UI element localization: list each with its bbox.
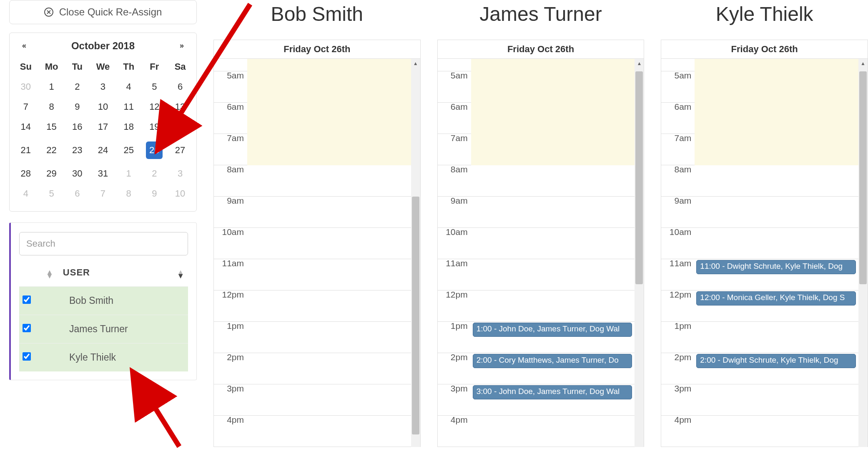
scrollbar-thumb[interactable] [412,197,419,434]
calendar-event[interactable]: 2:00 - Cory Matthews, James Turner, Do [473,354,632,368]
scroll-up-icon[interactable]: ▲ [635,59,644,68]
calendar-day[interactable]: 23 [64,137,90,164]
prev-month-button[interactable]: « [19,40,30,52]
hour-label: 8am [214,165,247,197]
schedule-column: Bob SmithFriday Oct 26th4am5am6am7am8am9… [213,0,421,452]
calendar-day[interactable]: 17 [90,117,116,137]
sort-desc-icon[interactable]: ▲▼ [177,270,185,278]
calendar-day[interactable]: 20 [167,117,193,137]
user-name: James Turner [46,323,185,335]
scroll-up-icon[interactable]: ▲ [858,59,868,68]
weekday-header: Tu [64,57,90,77]
calendar-event[interactable]: 11:00 - Dwight Schrute, Kyle Thielk, Dog [696,260,856,274]
calendar-day[interactable]: 26 [142,137,168,164]
calendar-day[interactable]: 22 [39,137,65,164]
weekday-header: Th [116,57,142,77]
calendar-day[interactable]: 24 [90,137,116,164]
calendar-day[interactable]: 2 [142,164,168,184]
hour-label: 9am [438,197,471,228]
calendar-day[interactable]: 13 [167,97,193,117]
calendar-event[interactable]: 12:00 - Monica Geller, Kyle Thielk, Dog … [696,291,856,306]
calendar-day[interactable]: 30 [64,164,90,184]
event-column[interactable]: 1:00 - John Doe, James Turner, Dog Wal2:… [471,59,635,447]
close-quick-reassign-button[interactable]: Close Quick Re-Assign [9,0,197,24]
hour-label: 7am [438,134,471,165]
scrollbar-thumb[interactable] [859,71,867,284]
user-name: Kyle Thielk [46,352,185,363]
calendar-day[interactable]: 5 [142,77,168,97]
calendar-day[interactable]: 29 [39,164,65,184]
calendar-day[interactable]: 8 [39,97,65,117]
person-name: Bob Smith [213,0,421,40]
calendar-event[interactable]: 3:00 - John Doe, James Turner, Dog Wal [473,385,632,399]
user-checkbox[interactable] [23,295,31,304]
calendar-day[interactable]: 9 [64,97,90,117]
calendar-day[interactable]: 12 [142,97,168,117]
hour-label: 1pm [214,322,247,353]
hour-label: 6am [214,103,247,134]
calendar-day[interactable]: 6 [64,184,90,204]
calendar-day[interactable]: 28 [13,164,39,184]
hour-label: 11am [438,259,471,290]
calendar-day[interactable]: 1 [116,164,142,184]
user-filter-panel: ▲▼ USER ▲▼ Bob SmithJames TurnerKyle Thi… [9,222,197,380]
calendar-day[interactable]: 10 [90,97,116,117]
user-search-input[interactable] [19,232,188,255]
hour-label: 4pm [661,416,695,447]
day-header: Friday Oct 26th [213,40,421,59]
calendar-day[interactable]: 3 [90,77,116,97]
hour-label: 7am [214,134,247,165]
hour-label: 2pm [661,353,695,384]
user-checkbox[interactable] [23,324,31,332]
calendar-day[interactable]: 4 [116,77,142,97]
calendar-day[interactable]: 30 [13,77,39,97]
calendar-day[interactable]: 2 [64,77,90,97]
hour-label: 1pm [661,322,695,353]
calendar-day[interactable]: 18 [116,117,142,137]
calendar-day[interactable]: 4 [13,184,39,204]
calendar-day[interactable]: 31 [90,164,116,184]
user-checkbox[interactable] [23,352,31,361]
calendar-day[interactable]: 19 [142,117,168,137]
calendar-day[interactable]: 7 [13,97,39,117]
day-header: Friday Oct 26th [661,40,868,59]
schedule-column: Kyle ThielkFriday Oct 26th4am5am6am7am8a… [661,0,868,452]
sort-icon[interactable]: ▲▼ [46,270,54,278]
calendar-event[interactable]: 1:00 - John Doe, James Turner, Dog Wal [473,323,632,337]
calendar-day[interactable]: 16 [64,117,90,137]
calendar-day[interactable]: 11 [116,97,142,117]
calendar-day[interactable]: 6 [167,77,193,97]
calendar-day[interactable]: 27 [167,137,193,164]
weekday-header: Su [13,57,39,77]
event-column[interactable] [247,59,411,447]
event-column[interactable]: 11:00 - Dwight Schrute, Kyle Thielk, Dog… [695,59,858,447]
calendar-day[interactable]: 8 [116,184,142,204]
calendar-day[interactable]: 5 [39,184,65,204]
calendar-day[interactable]: 3 [167,164,193,184]
scrollbar[interactable]: ▲ [411,59,420,447]
weekday-header: Mo [39,57,65,77]
calendar-day[interactable]: 25 [116,137,142,164]
next-month-button[interactable]: » [176,40,187,52]
user-row[interactable]: James Turner [19,315,188,343]
calendar-day[interactable]: 1 [39,77,65,97]
hour-label: 5am [661,71,695,103]
hour-label: 9am [661,197,695,228]
scrollbar[interactable]: ▲ [858,59,868,447]
user-column-header: USER [63,267,90,278]
calendar-day[interactable]: 10 [167,184,193,204]
user-row[interactable]: Bob Smith [19,286,188,315]
scrollbar-thumb[interactable] [635,71,643,284]
calendar-day[interactable]: 15 [39,117,65,137]
scroll-up-icon[interactable]: ▲ [411,59,420,68]
calendar-day[interactable]: 14 [13,117,39,137]
calendar-day[interactable]: 21 [13,137,39,164]
hour-label: 4am [661,59,695,71]
hour-label: 8am [661,165,695,197]
calendar-day[interactable]: 7 [90,184,116,204]
hour-label: 10am [438,228,471,259]
scrollbar[interactable]: ▲ [635,59,644,447]
user-row[interactable]: Kyle Thielk [19,343,188,371]
calendar-day[interactable]: 9 [142,184,168,204]
calendar-event[interactable]: 2:00 - Dwight Schrute, Kyle Thielk, Dog [696,354,856,368]
